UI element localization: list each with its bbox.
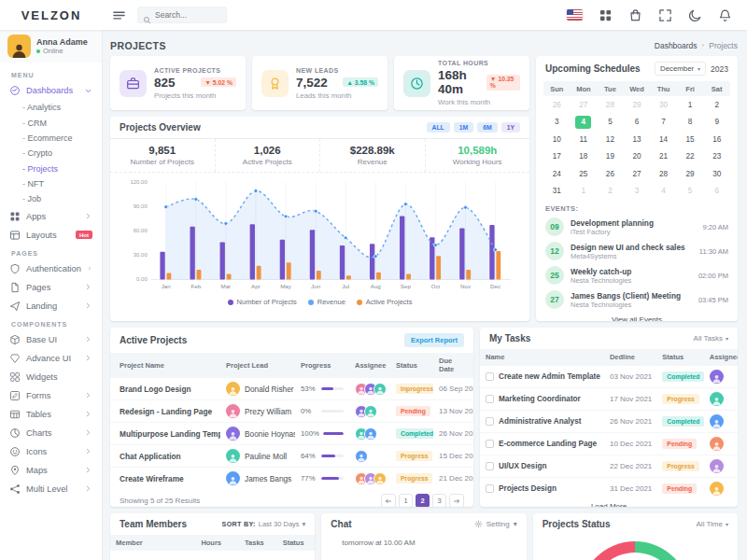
event-item[interactable]: 27James Bangs (Client) MeetingNesta Tech…	[536, 287, 738, 312]
calendar-day[interactable]: 2	[703, 96, 730, 114]
user-card[interactable]: Anna Adame Online	[0, 30, 102, 63]
sidebar-item-dashboards[interactable]: Dashboards	[0, 81, 102, 100]
sidebar-item-widgets[interactable]: Widgets	[0, 368, 102, 386]
calendar-day[interactable]: 22	[677, 148, 704, 166]
calendar-day[interactable]: 17	[543, 148, 571, 166]
sidebar-item-advance-ui[interactable]: Advance UI	[0, 349, 102, 368]
calendar-day[interactable]: 5	[677, 183, 704, 201]
sidebar-subitem-analytics[interactable]: Analytics	[0, 100, 102, 115]
calendar-day[interactable]: 11	[571, 131, 598, 148]
sidebar-subitem-nft[interactable]: NFT	[0, 176, 102, 191]
sidebar-item-charts[interactable]: Charts	[0, 424, 102, 442]
calendar-day[interactable]: 16	[703, 131, 730, 148]
sidebar-item-maps[interactable]: Maps	[0, 461, 102, 480]
calendar-day[interactable]: 25	[571, 165, 598, 183]
sidebar-subitem-ecommerce[interactable]: Ecommerce	[0, 131, 102, 146]
calendar-day[interactable]: 5	[597, 114, 624, 132]
task-checkbox[interactable]	[486, 372, 494, 381]
calendar-day[interactable]: 13	[624, 131, 651, 148]
calendar-day[interactable]: 7	[650, 114, 677, 132]
calendar-day[interactable]: 10	[543, 131, 571, 148]
pagination-page-1[interactable]: 1	[399, 494, 413, 507]
calendar-day[interactable]: 3	[543, 114, 571, 132]
calendar-day[interactable]: 24	[543, 165, 571, 183]
calendar-day[interactable]: 6	[703, 183, 730, 201]
calendar-day[interactable]: 19	[597, 148, 624, 166]
cart-icon[interactable]	[628, 8, 642, 22]
calendar-day[interactable]: 1	[571, 183, 598, 201]
language-flag-icon[interactable]	[567, 9, 583, 21]
calendar-day[interactable]: 26	[543, 96, 571, 114]
calendar-day[interactable]: 8	[677, 114, 704, 132]
fullscreen-icon[interactable]	[658, 8, 672, 22]
load-more-link[interactable]: Load More	[480, 499, 738, 507]
pagination-page-3[interactable]: 3	[432, 494, 446, 507]
sidebar-item-icons[interactable]: Icons	[0, 442, 102, 461]
calendar-day[interactable]: 6	[624, 114, 651, 132]
chat-settings-select[interactable]: Setting▾	[474, 520, 517, 528]
hamburger-menu-icon[interactable]	[112, 8, 126, 22]
export-report-button[interactable]: Export Report	[404, 333, 464, 347]
calendar-day-selected[interactable]: 4	[571, 114, 598, 132]
calendar-day[interactable]: 14	[650, 131, 677, 148]
sidebar-item-apps[interactable]: Apps	[0, 207, 102, 226]
task-checkbox[interactable]	[486, 484, 494, 493]
sidebar-item-pages[interactable]: Pages	[0, 278, 102, 297]
month-select[interactable]: December▾	[655, 62, 706, 76]
calendar-day[interactable]: 15	[677, 131, 704, 148]
calendar-day[interactable]: 3	[624, 183, 651, 201]
event-item[interactable]: 09Development planningiTest Factory9:20 …	[536, 215, 738, 239]
dark-mode-icon[interactable]	[688, 8, 702, 22]
tasks-filter-select[interactable]: All Tasks▾	[694, 334, 728, 343]
sidebar-item-forms[interactable]: Forms	[0, 386, 102, 405]
sidebar-item-multi-level[interactable]: Multi Level	[0, 480, 102, 498]
sidebar-item-tables[interactable]: Tables	[0, 405, 102, 424]
sort-by-select[interactable]: SORT BY:Last 30 Days▾	[222, 520, 306, 528]
calendar-day[interactable]: 26	[597, 165, 624, 183]
search-box[interactable]	[137, 7, 227, 23]
range-button-6m[interactable]: 6M	[477, 122, 497, 133]
search-input[interactable]	[155, 10, 221, 20]
range-button-1m[interactable]: 1M	[454, 122, 473, 133]
calendar-day[interactable]: 27	[624, 165, 651, 183]
calendar-day[interactable]: 30	[703, 165, 730, 183]
view-all-events-link[interactable]: View all Events	[536, 312, 738, 321]
apps-grid-icon[interactable]	[599, 8, 613, 22]
sidebar-item-layouts[interactable]: LayoutsHot	[0, 226, 102, 245]
calendar-day[interactable]: 27	[571, 96, 598, 114]
notifications-bell-icon[interactable]	[718, 8, 732, 22]
calendar-day[interactable]: 28	[650, 165, 677, 183]
pagination-prev-button[interactable]	[381, 494, 396, 507]
calendar-day[interactable]: 30	[650, 96, 677, 114]
pagination-next-button[interactable]	[449, 494, 464, 507]
calendar-day[interactable]: 21	[650, 148, 677, 166]
range-button-all[interactable]: ALL	[427, 122, 450, 133]
calendar-day[interactable]: 28	[597, 96, 624, 114]
sidebar-subitem-crm[interactable]: CRM	[0, 115, 102, 130]
sidebar-item-landing[interactable]: Landing	[0, 297, 102, 315]
status-filter-select[interactable]: All Time▾	[697, 520, 728, 528]
range-button-1y[interactable]: 1Y	[501, 122, 520, 133]
calendar-day[interactable]: 31	[543, 183, 571, 201]
event-item[interactable]: 12Design new UI and check salesMeta4Syst…	[536, 239, 738, 263]
task-checkbox[interactable]	[486, 462, 494, 470]
task-checkbox[interactable]	[486, 395, 494, 403]
calendar-day[interactable]: 29	[624, 96, 651, 114]
calendar-day[interactable]: 12	[597, 131, 624, 148]
calendar-day[interactable]: 1	[677, 96, 704, 114]
sidebar-item-base-ui[interactable]: Base UI	[0, 330, 102, 349]
task-checkbox[interactable]	[486, 440, 494, 448]
sidebar-item-authentication[interactable]: Authentication	[0, 259, 102, 278]
calendar-day[interactable]: 9	[703, 114, 730, 132]
event-item[interactable]: 25Weekly catch-upNesta Technologies02:00…	[536, 263, 738, 287]
calendar-day[interactable]: 23	[703, 148, 730, 166]
calendar-day[interactable]: 18	[571, 148, 598, 166]
sidebar-subitem-projects[interactable]: Projects	[0, 161, 102, 176]
task-checkbox[interactable]	[486, 417, 494, 426]
sidebar-subitem-crypto[interactable]: Crypto	[0, 146, 102, 161]
pagination-page-2[interactable]: 2	[416, 494, 430, 507]
calendar-day[interactable]: 29	[677, 165, 704, 183]
calendar-day[interactable]: 4	[650, 183, 677, 201]
calendar-day[interactable]: 20	[624, 148, 651, 166]
breadcrumb-parent[interactable]: Dashboards	[655, 41, 698, 50]
